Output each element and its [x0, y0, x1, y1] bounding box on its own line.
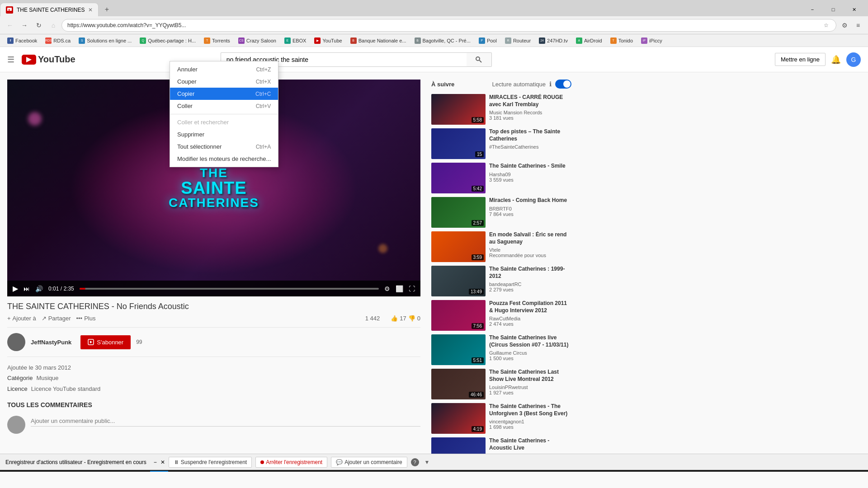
bookmark-airdroid[interactable]: A AirDroid	[572, 37, 606, 45]
main-area: THE SAINTE CATHERINES ▶	[0, 72, 868, 488]
context-menu-item-copier[interactable]: CopierCtrl+C	[170, 88, 278, 100]
bookmark-bagotville[interactable]: B Bagotville, QC - Pré...	[411, 37, 474, 45]
context-menu-item-tout-slectionner[interactable]: Tout sélectionnerCtrl+A	[170, 141, 278, 153]
channel-name[interactable]: JeffNastyPunk	[31, 339, 71, 346]
bookmark-ebox[interactable]: E EBOX	[281, 37, 310, 45]
related-video-item[interactable]: 5:58 MIRACLES - CARRÉ ROUGE avec Karl Tr…	[431, 94, 571, 125]
date-added-row: Ajoutée le 30 mars 2012	[7, 362, 420, 373]
thumbs-up-icon: 👍	[391, 315, 398, 322]
related-video-channel: RawCutMedia	[489, 316, 571, 321]
play-button[interactable]: ▶	[13, 284, 18, 293]
hamburger-menu-button[interactable]: ☰	[7, 55, 14, 65]
stop-recording-icon	[260, 460, 264, 464]
suspend-recording-button[interactable]: ⏸ Suspendre l'enregistrement	[169, 457, 252, 468]
stop-recording-button[interactable]: Arrêter l'enregistrement	[255, 457, 327, 468]
close-button[interactable]: ✕	[844, 1, 864, 18]
context-menu-item-supprimer[interactable]: Supprimer	[170, 128, 278, 141]
context-menu-item-couper[interactable]: CouperCtrl+X	[170, 75, 278, 88]
address-bar[interactable]: https://www.youtube.com/watch?v=_YYQywtB…	[61, 19, 836, 32]
recording-close[interactable]: ✕	[160, 459, 165, 465]
bookmark-facebook[interactable]: f Facebook	[4, 37, 41, 45]
bookmark-pool[interactable]: P Pool	[475, 37, 500, 45]
video-duration: 46:46	[469, 392, 484, 398]
bookmark-youtube[interactable]: ▶ YouTube	[311, 37, 345, 45]
bookmark-247hd[interactable]: 24 247HD.tv	[535, 37, 571, 45]
volume-button[interactable]: 🔊	[35, 285, 43, 292]
bookmark-label: Banque Nationale e...	[359, 38, 406, 43]
related-video-channel: Vtele	[489, 247, 571, 253]
comment-input[interactable]	[31, 416, 420, 427]
related-video-item[interactable]: 13:49 The Sainte Catherines : 1999-2012 …	[431, 266, 571, 296]
maximize-button[interactable]: □	[823, 1, 844, 18]
related-video-item[interactable]: 4:19 The Sainte Catherines - The Unforgi…	[431, 403, 571, 434]
extensions-button[interactable]: ⚙	[838, 19, 851, 32]
related-video-item[interactable]: 15 Top des pistes – The Sainte Catherine…	[431, 128, 571, 159]
window-controls: − □ ✕	[802, 1, 868, 18]
skip-button[interactable]: ⏭	[24, 285, 30, 292]
add-to-button[interactable]: + Ajouter à	[7, 315, 36, 322]
bookmark-rds[interactable]: RDS RDS.ca	[42, 37, 74, 45]
bookmark-tonido[interactable]: T Tonido	[607, 37, 637, 45]
related-video-item[interactable]: 46:46 The Sainte Catherines Last Show Li…	[431, 369, 571, 399]
like-button[interactable]: 👍 17	[391, 315, 406, 322]
add-comment-section	[7, 416, 420, 434]
more-button[interactable]: ••• Plus	[76, 315, 96, 322]
bookmark-ipiccy[interactable]: iP iPiccy	[637, 37, 666, 45]
related-video-views: 3 559 vues	[489, 177, 571, 183]
bookmark-icon[interactable]: ☆	[821, 21, 830, 30]
context-menu-item-modifier-les-moteurs-de-recherche[interactable]: Modifier les moteurs de recherche...	[170, 153, 278, 165]
fullscreen-button[interactable]: ⛶	[409, 285, 415, 292]
autoplay-header: À suivre Lecture automatique ℹ	[431, 80, 571, 94]
user-avatar[interactable]: G	[846, 52, 861, 67]
bookmark-quebec[interactable]: Q Québec-partage : H...	[136, 37, 199, 45]
theater-button[interactable]: ⬜	[396, 285, 403, 292]
autoplay-toggle[interactable]	[555, 80, 571, 89]
expand-button[interactable]: ▼	[425, 459, 430, 465]
bookmark-crazy-saloon[interactable]: CS Crazy Saloon	[235, 37, 280, 45]
recording-label: Enregistreur d'actions utilisateur - Enr…	[5, 459, 146, 465]
bookmark-banque[interactable]: B Banque Nationale e...	[347, 37, 410, 45]
reload-button[interactable]: ↻	[33, 19, 45, 32]
subscribe-button[interactable]: S'abonner	[80, 335, 131, 349]
bookmark-routeur[interactable]: R Routeur	[501, 37, 534, 45]
navigation-bar: ← → ↻ ⌂ https://www.youtube.com/watch?v=…	[0, 16, 868, 34]
help-button[interactable]: ?	[411, 458, 419, 466]
recording-minimize[interactable]: −	[154, 459, 157, 465]
bookmark-torrents[interactable]: T Torrents	[200, 37, 234, 45]
menu-button[interactable]: ≡	[852, 19, 864, 32]
minimize-button[interactable]: −	[802, 1, 823, 18]
main-inner: THE SAINTE CATHERINES ▶	[0, 72, 579, 479]
related-video-thumbnail: 5:58	[431, 94, 486, 125]
upload-button[interactable]: Mettre en ligne	[775, 53, 826, 66]
right-sidebar: À suivre Lecture automatique ℹ 5:58	[431, 80, 571, 472]
info-icon[interactable]: ℹ	[549, 80, 552, 88]
context-menu-item-coller[interactable]: CollerCtrl+V	[170, 100, 278, 112]
notifications-button[interactable]: 🔔	[831, 55, 841, 65]
related-video-item[interactable]: 3:59 En mode Salvail : Éric se rend au S…	[431, 231, 571, 262]
progress-bar[interactable]	[80, 288, 379, 290]
share-button[interactable]: ↗ Partager	[42, 315, 71, 322]
add-icon: +	[7, 315, 11, 322]
bookmark-solutions[interactable]: S Solutions en ligne ...	[75, 37, 135, 45]
search-button[interactable]	[467, 52, 492, 67]
related-video-title: En mode Salvail : Éric se rend au Saguen…	[489, 231, 571, 245]
address-bar-icons: ☆	[821, 21, 830, 30]
related-video-item[interactable]: 5:51 The Sainte Catherines live (Circus …	[431, 334, 571, 365]
dislike-button[interactable]: 👎 0	[408, 315, 420, 322]
youtube-logo[interactable]: YouTube	[22, 54, 75, 65]
forward-button[interactable]: →	[18, 19, 31, 32]
related-video-item[interactable]: 5:42 The Sainte Catherines - Smile Harsh…	[431, 163, 571, 193]
new-tab-button[interactable]: +	[100, 3, 113, 16]
add-comment-button[interactable]: 💬 Ajouter un commentaire	[331, 457, 407, 468]
tab-close-button[interactable]: ✕	[88, 7, 93, 13]
tab-title: THE SAINTE CATHERINES	[17, 7, 85, 13]
context-menu-item-annuler[interactable]: AnnulerCtrl+Z	[170, 63, 278, 75]
settings-button[interactable]: ⚙	[384, 285, 390, 292]
browser-tab[interactable]: THE SAINTE CATHERINES ✕	[0, 3, 99, 16]
related-video-item[interactable]: 7:56 Pouzza Fest Compilation 2011 & Hugo…	[431, 300, 571, 331]
related-video-thumbnail: 13:49	[431, 266, 486, 296]
menu-item-label: Tout sélectionner	[177, 143, 222, 150]
bookmark-label: Facebook	[15, 38, 37, 43]
related-video-item[interactable]: 2:57 Miracles - Coming Back Home BRBRTF0…	[431, 197, 571, 228]
related-video-info: Top des pistes – The Sainte Catherines #…	[489, 128, 571, 159]
